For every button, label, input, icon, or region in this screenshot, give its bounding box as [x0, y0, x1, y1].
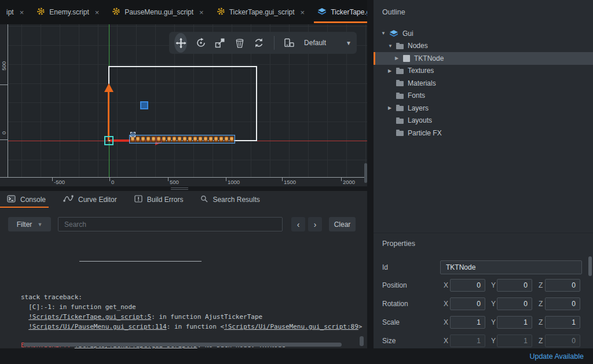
outline-item-label: Nodes: [408, 42, 428, 50]
console-tab-label: Search Results: [213, 196, 259, 204]
console-panel: ConsoleCurve EditorBuild ErrorsSearch Re…: [0, 191, 367, 348]
console-search-input[interactable]: [58, 217, 283, 231]
close-icon[interactable]: ×: [20, 8, 24, 17]
expander-collapsed-icon[interactable]: ▶: [395, 56, 403, 61]
outline-item-layouts[interactable]: Layouts: [374, 115, 593, 127]
vertical-splitter[interactable]: [367, 0, 374, 348]
editor-tab[interactable]: PauseMenu.gui_script×: [105, 0, 210, 24]
active-tab-underline: [0, 207, 49, 208]
id-property-input[interactable]: [440, 260, 582, 274]
search-next-button[interactable]: ›: [308, 217, 322, 231]
gui-bounds-rect: [108, 66, 257, 141]
outline-item-particle-fx[interactable]: Particle FX: [374, 127, 593, 139]
expander-collapsed-icon[interactable]: ▶: [388, 105, 396, 111]
layout-chevron-down-icon[interactable]: ▼: [346, 40, 352, 46]
folder-icon: [396, 43, 404, 49]
tab-label: TickerTape.gui_script: [229, 8, 295, 16]
ticker-tape-node[interactable]: [129, 135, 235, 144]
box-icon: [403, 55, 410, 62]
size-property-row: X1Y1Z0: [374, 334, 593, 347]
filter-chevron-down-icon: ▼: [37, 222, 42, 227]
position-y-input[interactable]: 0: [497, 279, 532, 292]
axis-label: Y: [491, 281, 496, 289]
log-file-link[interactable]: !Scripts/Ui/PauseMenu.gui_script:114: [28, 323, 166, 330]
filter-label: Filter: [17, 220, 32, 229]
move-tool-button[interactable]: [174, 33, 187, 53]
outline-item-layers[interactable]: ▶Layers: [374, 102, 593, 115]
vertical-ruler: 5000: [0, 24, 8, 177]
outline-panel-title: Outline: [382, 8, 405, 16]
console-horizontal-scrollbar[interactable]: [23, 343, 342, 347]
outline-item-textures[interactable]: ▶Textures: [374, 65, 593, 78]
ticker-pivot-handle[interactable]: [130, 132, 136, 137]
scale-z-input[interactable]: 1: [545, 316, 580, 329]
update-available-link[interactable]: Update Available: [529, 352, 584, 361]
ticker-sprite: [203, 136, 208, 142]
refresh-tool-button[interactable]: [253, 34, 264, 52]
scale-x-input[interactable]: 1: [450, 316, 485, 329]
folder-icon: [396, 93, 404, 99]
horizontal-splitter[interactable]: [0, 186, 367, 191]
ticker-sprite: [224, 136, 229, 142]
tab-label: PauseMenu.gui_script: [125, 8, 193, 16]
axis-label: Z: [539, 300, 543, 308]
scene-view: 5000 -5000500100015002000 Default ▼: [0, 24, 367, 186]
rotate-tool-button[interactable]: [195, 34, 206, 52]
move-gizmo-y-arrow-icon[interactable]: [104, 83, 114, 92]
rotation-y-input[interactable]: 0: [497, 297, 532, 310]
outline-item-nodes[interactable]: ▼Nodes: [374, 40, 593, 53]
ticker-sprite: [162, 136, 166, 142]
properties-scrollbar[interactable]: [588, 256, 592, 276]
ticker-sprite: [208, 136, 213, 142]
console-tab-search-results[interactable]: Search Results: [200, 195, 259, 204]
outline-item-gui[interactable]: ▼Gui: [374, 27, 593, 40]
expander-expanded-icon[interactable]: ▼: [381, 31, 389, 36]
close-icon[interactable]: ×: [95, 8, 100, 17]
rotation-z-input[interactable]: 0: [545, 297, 580, 310]
outline-item-materials[interactable]: Materials: [374, 77, 593, 90]
console-tab-build-errors[interactable]: Build Errors: [134, 195, 184, 204]
ticker-sprite: [214, 136, 218, 142]
console-vertical-scrollbar[interactable]: [360, 336, 364, 346]
gui-box-node[interactable]: [140, 101, 148, 109]
rotation-x-input[interactable]: 0: [450, 297, 485, 310]
expander-expanded-icon[interactable]: ▼: [388, 43, 396, 49]
editor-tabbar: ipt × Enemy.script×PauseMenu.gui_script×…: [0, 0, 374, 24]
editor-tab[interactable]: Enemy.script×: [30, 0, 105, 24]
axis-label: Z: [539, 337, 543, 345]
tab-partial[interactable]: ipt ×: [0, 0, 30, 24]
axis-label: Z: [539, 318, 543, 326]
console-clear-button[interactable]: Clear: [329, 217, 356, 231]
status-bar: Update Available: [0, 348, 593, 364]
search-prev-button[interactable]: ‹: [291, 217, 305, 231]
ruler-tick: [109, 178, 110, 181]
close-icon[interactable]: ×: [301, 8, 305, 17]
close-icon[interactable]: ×: [199, 8, 204, 17]
log-file-link[interactable]: !Scripts/TickerTape.gui_script:5: [28, 313, 151, 321]
move-gizmo-y-axis[interactable]: [108, 91, 109, 141]
outline-item-label: TKTNode: [414, 54, 444, 62]
outline-item-fonts[interactable]: Fonts: [374, 90, 593, 102]
editor-tab[interactable]: TickerTape.gui_script×: [210, 0, 312, 24]
filter-dropdown[interactable]: Filter ▼: [8, 217, 51, 231]
position-x-input[interactable]: 0: [450, 279, 485, 292]
script-icon: [112, 7, 120, 17]
expander-collapsed-icon[interactable]: ▶: [388, 68, 396, 73]
origin-selection-box[interactable]: [104, 136, 114, 145]
splitter-grip[interactable]: [171, 187, 188, 190]
axis-label: X: [444, 300, 448, 308]
folder-icon: [396, 80, 404, 86]
outline-item-tktnode[interactable]: ▶TKTNode: [374, 52, 593, 65]
delete-tool-button[interactable]: [234, 34, 245, 52]
console-tab-console[interactable]: Console: [7, 195, 46, 204]
position-z-input[interactable]: 0: [545, 279, 580, 292]
script-icon: [217, 7, 225, 17]
folder-icon: [396, 68, 404, 74]
ticker-sprite: [188, 136, 192, 142]
scale-y-input[interactable]: 1: [497, 316, 532, 329]
console-tab-curve-editor[interactable]: Curve Editor: [63, 195, 117, 204]
rotation-property-row: X0Y0Z0: [374, 297, 593, 310]
scale-tool-button[interactable]: [215, 34, 226, 52]
log-text: : in function AjustTickerTape: [151, 313, 262, 321]
log-file-link[interactable]: !Scripts/Ui/PauseMenu.gui_script:89: [224, 323, 358, 330]
